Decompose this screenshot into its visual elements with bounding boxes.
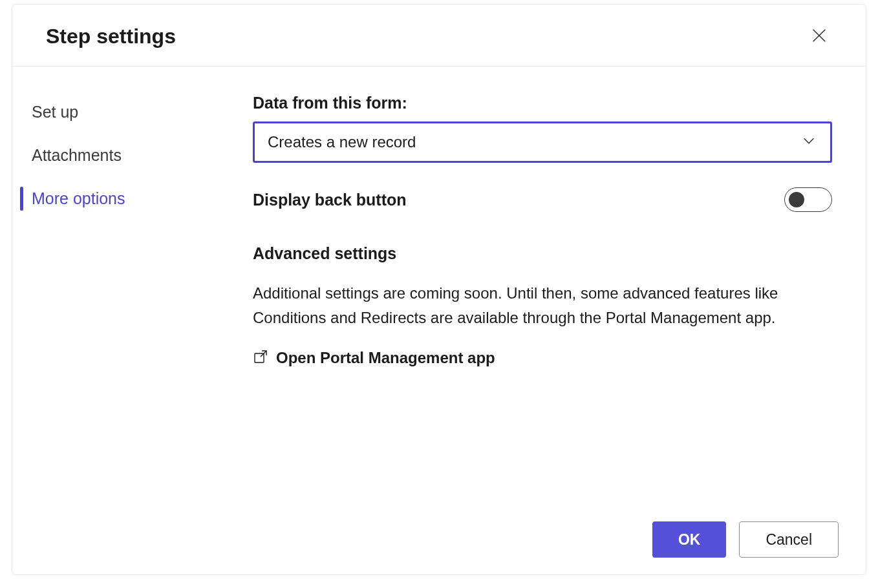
close-icon [810, 26, 828, 47]
data-from-label: Data from this form: [253, 94, 832, 112]
sidebar-item-more-options[interactable]: More options [20, 180, 253, 217]
select-value: Creates a new record [268, 133, 416, 151]
open-portal-link[interactable]: Open Portal Management app [253, 349, 832, 367]
advanced-heading: Advanced settings [253, 244, 832, 263]
data-from-select[interactable]: Creates a new record [253, 121, 832, 163]
display-back-toggle[interactable] [784, 187, 832, 212]
sidebar-item-setup[interactable]: Set up [20, 94, 253, 131]
close-button[interactable] [806, 23, 832, 50]
advanced-description: Additional settings are coming soon. Unt… [253, 281, 832, 331]
sidebar-item-label: More options [32, 189, 125, 207]
open-portal-link-text: Open Portal Management app [276, 349, 495, 367]
sidebar-item-label: Attachments [32, 146, 122, 164]
sidebar-item-label: Set up [32, 103, 78, 121]
content-panel: Data from this form: Creates a new recor… [253, 94, 866, 505]
display-back-row: Display back button [253, 187, 832, 212]
sidebar: Set up Attachments More options [12, 94, 253, 505]
sidebar-item-attachments[interactable]: Attachments [20, 137, 253, 174]
dialog-body: Set up Attachments More options Data fro… [12, 67, 866, 505]
dialog-footer: OK Cancel [12, 505, 866, 574]
dialog-header: Step settings [12, 5, 866, 67]
chevron-down-icon [802, 134, 816, 151]
display-back-label: Display back button [253, 191, 407, 209]
step-settings-dialog: Step settings Set up Attachments More op… [12, 4, 866, 575]
dialog-title: Step settings [46, 25, 176, 48]
toggle-thumb [789, 192, 804, 207]
external-link-icon [253, 349, 268, 367]
ok-button[interactable]: OK [652, 521, 727, 558]
cancel-button[interactable]: Cancel [739, 521, 839, 558]
